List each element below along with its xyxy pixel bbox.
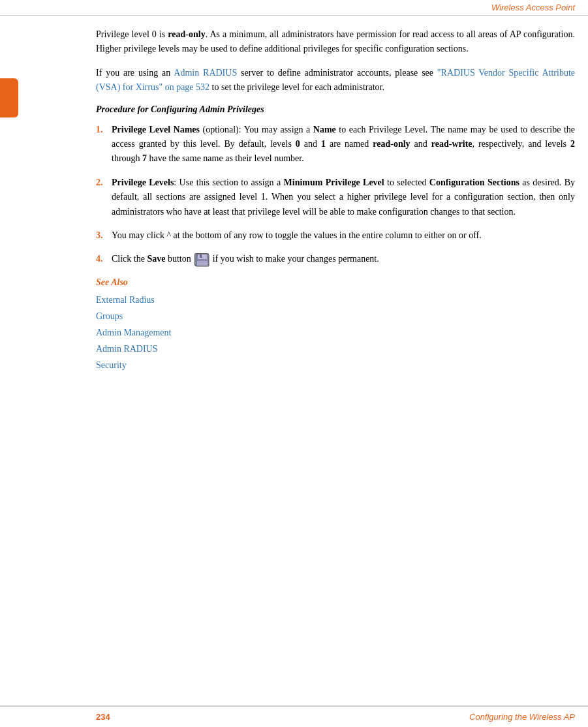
step-1-readwrite-bold: read-write [431,139,472,149]
footer-chapter: Configuring the Wireless AP [469,712,575,722]
readonly-bold: read-only [168,29,205,39]
svg-rect-2 [200,255,202,258]
step-2-content: Privilege Levels: Use this section to as… [112,176,575,219]
step-1-name-bold: Name [313,125,336,134]
see-also-section: See Also External Radius Groups Admin Ma… [96,277,575,374]
step-1-content: Privilege Level Names (optional): You ma… [112,123,575,166]
see-also-security[interactable]: Security [96,357,575,373]
step-1-1-bold: 1 [321,139,326,149]
radius-vsa-link[interactable]: "RADIUS Vendor Specific Attribute (VSA) … [96,68,575,92]
footer-bar: 234 Configuring the Wireless AP [0,705,588,727]
see-also-groups[interactable]: Groups [96,308,575,324]
step-1-label: Privilege Level Names [112,125,200,134]
step-2-min-priv-bold: Minimum Privilege Level [284,178,384,187]
step-1-0-bold: 0 [296,139,300,149]
step-4-content: Click the Save button if you wish to mak… [112,252,575,266]
svg-rect-3 [197,261,208,266]
header-bar: Wireless Access Point [0,0,588,16]
list-item: 3. You may click ^ at the bottom of any … [96,228,575,243]
header-title: Wireless Access Point [491,3,575,12]
save-icon-svg [195,254,209,267]
see-also-admin-management[interactable]: Admin Management [96,324,575,341]
see-also-admin-radius[interactable]: Admin RADIUS [96,341,575,357]
step-number-3: 3. [96,228,112,243]
step-2-config-sections-bold: Configuration Sections [429,178,519,187]
content-area: Privilege level 0 is read-only. As a min… [0,16,588,380]
see-also-heading: See Also [96,277,575,288]
step-1-readonly-bold: read-only [373,139,410,149]
step-number-4: 4. [96,252,112,266]
save-button-icon [194,253,209,266]
left-tab [0,78,18,117]
step-4-save-bold: Save [147,254,165,264]
step-2-label: Privilege Levels [112,178,174,187]
section-heading: Procedure for Configuring Admin Privileg… [96,104,575,115]
procedure-list: 1. Privilege Level Names (optional): You… [96,123,575,267]
step-number-1: 1. [96,123,112,137]
page-container: Wireless Access Point Privilege level 0 … [0,0,588,727]
admin-radius-link[interactable]: Admin RADIUS [174,68,237,78]
step-1-2-bold: 2 [570,139,575,149]
intro-paragraph-1: Privilege level 0 is read-only. As a min… [96,27,575,57]
list-item: 4. Click the Save button if you wish to … [96,252,575,266]
list-item: 2. Privilege Levels: Use this section to… [96,176,575,219]
svg-rect-1 [198,255,207,259]
list-item: 1. Privilege Level Names (optional): You… [96,123,575,166]
intro-paragraph-2: If you are using an Admin RADIUS server … [96,66,575,95]
step-number-2: 2. [96,176,112,190]
footer-page-number: 234 [96,712,110,722]
see-also-external-radius[interactable]: External Radius [96,292,575,308]
step-1-7-bold: 7 [142,153,147,163]
step-3-content: You may click ^ at the bottom of any row… [112,228,575,243]
